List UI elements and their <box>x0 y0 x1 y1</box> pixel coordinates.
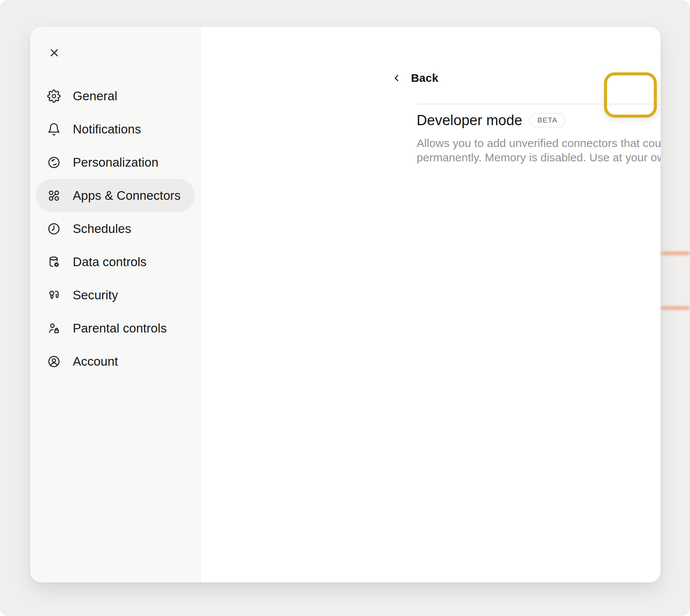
sidebar-item-label: Parental controls <box>73 321 167 336</box>
developer-mode-row: Developer mode BETA <box>417 112 566 129</box>
sidebar-item-account[interactable]: Account <box>36 345 195 378</box>
setting-description: Allows you to add unverified connectors … <box>417 136 661 165</box>
person-lock-icon <box>47 322 61 335</box>
sidebar-item-apps-connectors[interactable]: Apps & Connectors <box>36 179 195 212</box>
description-line-2: permanently. Memory is disabled. Use at … <box>417 150 661 165</box>
bell-icon <box>47 123 61 136</box>
sidebar-item-parental-controls[interactable]: Parental controls <box>36 312 195 345</box>
sidebar-item-schedules[interactable]: Schedules <box>36 212 195 245</box>
screenshot-canvas: General Notifications Personalization <box>0 0 690 616</box>
sidebar-item-label: Data controls <box>73 255 147 269</box>
description-line-1: Allows you to add unverified connectors … <box>417 136 661 150</box>
chevron-left-icon <box>392 73 401 83</box>
sidebar-nav: General Notifications Personalization <box>36 80 195 378</box>
keys-icon <box>47 288 61 302</box>
sidebar-item-label: Security <box>73 288 118 302</box>
sidebar-item-general[interactable]: General <box>36 80 195 113</box>
settings-content: Back Developer mode BETA Allows you to a… <box>201 27 661 582</box>
sidebar-item-label: Schedules <box>73 222 131 236</box>
section-divider <box>417 104 661 104</box>
settings-dialog: General Notifications Personalization <box>30 27 661 582</box>
setting-title: Developer mode <box>417 112 522 129</box>
person-circle-icon <box>47 355 61 368</box>
sidebar-item-data-controls[interactable]: Data controls <box>36 245 195 279</box>
close-button[interactable] <box>44 42 65 63</box>
sidebar-item-label: Account <box>73 354 118 369</box>
sidebar-item-label: General <box>73 89 117 103</box>
connectors-icon <box>47 189 61 202</box>
clock-icon <box>47 222 61 236</box>
back-label: Back <box>411 72 439 84</box>
back-button[interactable]: Back <box>392 67 439 89</box>
sidebar-item-label: Personalization <box>73 155 158 170</box>
gear-icon <box>47 89 61 103</box>
history-icon <box>47 156 61 169</box>
sidebar-item-notifications[interactable]: Notifications <box>36 113 195 146</box>
sidebar-item-label: Apps & Connectors <box>73 188 181 203</box>
sidebar-item-security[interactable]: Security <box>36 279 195 312</box>
sidebar-item-personalization[interactable]: Personalization <box>36 146 195 179</box>
settings-sidebar: General Notifications Personalization <box>30 27 201 582</box>
sidebar-item-label: Notifications <box>73 122 141 136</box>
close-icon <box>49 47 60 58</box>
beta-badge: BETA <box>529 113 566 127</box>
database-gear-icon <box>47 255 61 269</box>
